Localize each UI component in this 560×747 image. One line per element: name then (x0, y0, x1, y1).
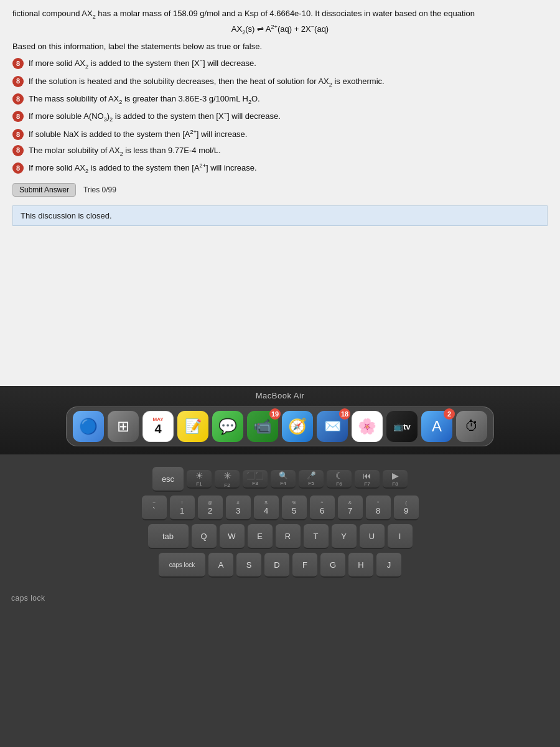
facetime-badge: 19 (269, 408, 281, 420)
key-f1[interactable]: ☀ F1 (187, 470, 212, 489)
statement-6-icon: 8 (12, 145, 24, 156)
key-f8[interactable]: ▶ F8 (383, 470, 408, 489)
statement-1-icon: 8 (12, 58, 24, 69)
key-y[interactable]: Y (332, 524, 357, 549)
key-w[interactable]: W (220, 524, 245, 549)
key-f[interactable]: F (292, 553, 317, 578)
main-content: fictional compound AX2 has a molar mass … (0, 0, 560, 386)
key-s[interactable]: S (236, 553, 261, 578)
key-3[interactable]: # 3 (226, 496, 251, 520)
dock-screentime[interactable]: ⏱ (456, 411, 487, 442)
dock-mail[interactable]: ✉️ 18 (317, 411, 348, 442)
key-2[interactable]: @ 2 (198, 496, 223, 520)
key-caps-lock[interactable]: caps lock (159, 553, 205, 578)
submit-button[interactable]: Submit Answer (12, 183, 76, 197)
statement-1: 8 If more solid AX2 is added to the syst… (12, 57, 548, 72)
submit-row: Submit Answer Tries 0/99 (12, 183, 548, 197)
key-esc[interactable]: esc (152, 467, 184, 492)
key-f5[interactable]: 🎤 F5 (299, 470, 324, 489)
key-1[interactable]: ! 1 (170, 496, 195, 520)
asdf-key-row: caps lock A S D F G H J (159, 553, 401, 578)
key-f7[interactable]: ⏮ F7 (355, 470, 380, 489)
question-prompt: Based on this information, label the sta… (12, 42, 548, 51)
keyboard-area: esc ☀ F1 ✳ F2 ⬛⬛ F3 🔍 F4 🎤 F5 ☾ F6 ⏮ F7 (0, 454, 560, 747)
qwerty-key-row: tab Q W E R T Y U I (148, 524, 413, 549)
dock-notes[interactable]: 📝 (177, 411, 208, 442)
number-key-row: ~ ` ! 1 @ 2 # 3 $ 4 % 5 ^ 6 & 7 (142, 496, 419, 520)
mail-badge: 18 (339, 408, 350, 420)
statement-2: 8 If the solution is heated and the solu… (12, 75, 548, 89)
key-d[interactable]: D (264, 553, 289, 578)
dock-launchpad[interactable]: ⊞ (108, 411, 139, 442)
fn-key-row: esc ☀ F1 ✳ F2 ⬛⬛ F3 🔍 F4 🎤 F5 ☾ F6 ⏮ F7 (152, 467, 408, 492)
caps-lock-label: caps lock (11, 594, 45, 603)
key-7[interactable]: & 7 (338, 496, 363, 520)
key-h[interactable]: H (348, 553, 373, 578)
key-tab[interactable]: tab (148, 524, 189, 549)
key-e[interactable]: E (248, 524, 273, 549)
key-r[interactable]: R (276, 524, 301, 549)
key-q[interactable]: Q (192, 524, 217, 549)
statement-3-icon: 8 (12, 93, 24, 105)
statement-list: 8 If more solid AX2 is added to the syst… (12, 57, 548, 176)
macbook-air-label: MacBook Air (256, 391, 304, 400)
key-4[interactable]: $ 4 (254, 496, 279, 520)
key-g[interactable]: G (320, 553, 345, 578)
statement-7-icon: 8 (12, 162, 24, 174)
statement-5-icon: 8 (12, 129, 24, 140)
statement-3: 8 The mass solubility of AX2 is greater … (12, 93, 548, 106)
key-backtick[interactable]: ~ ` (142, 496, 167, 520)
statement-6: 8 The molar solubility of AX2 is less th… (12, 144, 548, 158)
dock-appstore[interactable]: A 2 (421, 411, 452, 442)
key-i[interactable]: I (388, 524, 413, 549)
key-f6[interactable]: ☾ F6 (327, 470, 352, 489)
key-f4[interactable]: 🔍 F4 (271, 470, 296, 489)
key-f3[interactable]: ⬛⬛ F3 (243, 470, 268, 489)
key-a[interactable]: A (208, 553, 233, 578)
chemical-equation: AX2(s) ⇌ A2+(aq) + 2X−(aq) (12, 24, 548, 35)
dock-finder[interactable]: 🔵 (73, 411, 104, 442)
discussion-closed-bar: This discussion is closed. (12, 205, 548, 226)
key-f2[interactable]: ✳ F2 (215, 470, 240, 489)
key-t[interactable]: T (304, 524, 329, 549)
statement-5: 8 If soluble NaX is added to the system … (12, 128, 548, 141)
key-8[interactable]: * 8 (366, 496, 391, 520)
statement-7: 8 If more solid AX2 is added to the syst… (12, 162, 548, 176)
key-j[interactable]: J (376, 553, 401, 578)
key-u[interactable]: U (360, 524, 385, 549)
dock-calendar[interactable]: MAY 4 (142, 411, 174, 442)
compound-description: fictional compound AX2 has a molar mass … (12, 7, 548, 21)
dock-messages[interactable]: 💬 (212, 411, 243, 442)
tries-counter: Tries 0/99 (83, 186, 116, 194)
statement-4: 8 If more soluble A(NO3)2 is added to th… (12, 110, 548, 125)
appstore-badge: 2 (444, 408, 455, 420)
dock-facetime[interactable]: 📹 19 (247, 411, 278, 442)
dock-appletv[interactable]: 📺tv (386, 411, 418, 442)
key-5[interactable]: % 5 (282, 496, 307, 520)
key-6[interactable]: ^ 6 (310, 496, 335, 520)
statement-2-icon: 8 (12, 76, 24, 87)
dock: 🔵 ⊞ MAY 4 📝 💬 📹 19 🧭 ✉️ 18 (66, 406, 494, 446)
dock-photos[interactable]: 🌸 (352, 411, 383, 442)
discussion-text: This discussion is closed. (21, 211, 112, 220)
dock-safari[interactable]: 🧭 (282, 411, 313, 442)
dock-area: MacBook Air 🔵 ⊞ MAY 4 📝 💬 📹 19 🧭 (0, 386, 560, 454)
statement-4-icon: 8 (12, 111, 24, 122)
key-9[interactable]: ( 9 (394, 496, 419, 520)
